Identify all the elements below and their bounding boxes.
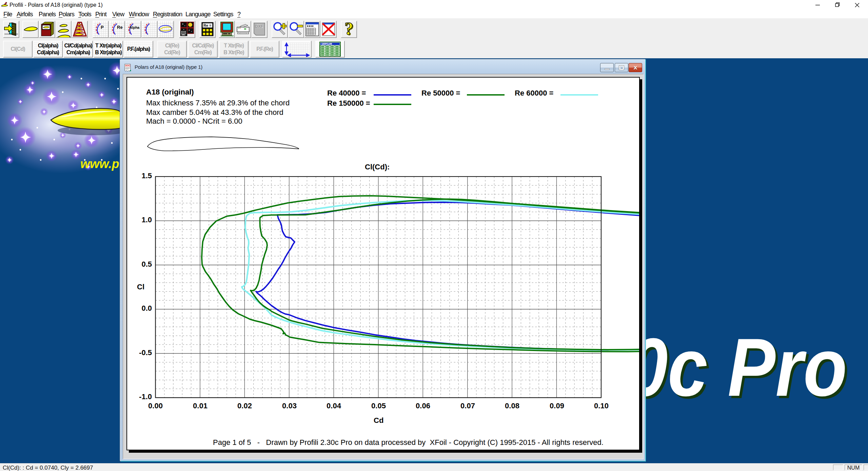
svg-text:Alpha: Alpha	[130, 25, 139, 29]
svg-text:Re =: Re =	[203, 23, 212, 27]
svg-text:DOC: DOC	[125, 64, 130, 67]
svg-text:DATI POLARI: DATI POLARI	[321, 43, 332, 45]
svg-text:?: ?	[344, 21, 353, 37]
svg-text:P: P	[101, 25, 104, 30]
svg-text:Re: Re	[117, 25, 123, 30]
svg-text:DXF: DXF	[255, 24, 263, 29]
svg-text:www.pr: www.pr	[80, 157, 121, 171]
